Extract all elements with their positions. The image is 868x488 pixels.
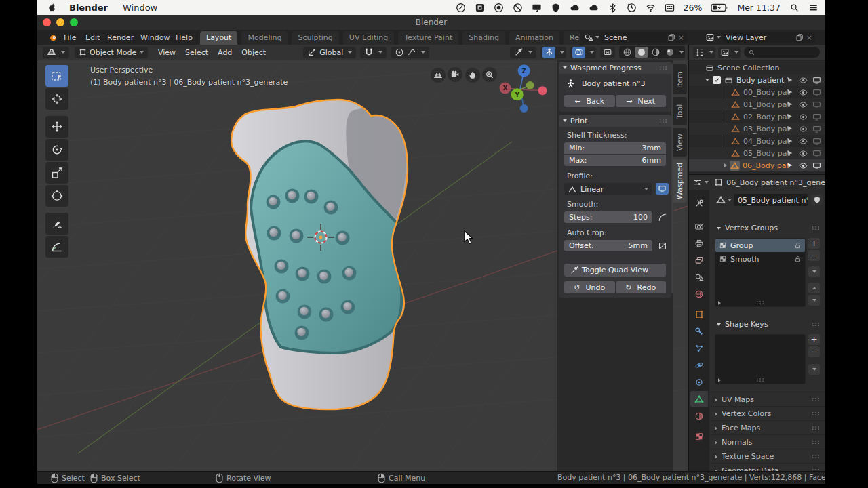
viewport-menu-select[interactable]: Select bbox=[180, 48, 213, 57]
macos-app-name[interactable]: Blender bbox=[69, 3, 108, 13]
object-01-label[interactable]: 01_Body pat bbox=[743, 100, 790, 109]
apple-menu-icon[interactable] bbox=[47, 3, 57, 13]
shape-keys-panel-header[interactable]: Shape Keys bbox=[709, 319, 825, 330]
selectable-icon[interactable] bbox=[785, 137, 794, 146]
tab-animation[interactable]: Animation bbox=[509, 31, 559, 45]
object-06-label[interactable]: 06_Body pat bbox=[743, 161, 789, 170]
viewport-disable-icon[interactable] bbox=[812, 149, 821, 158]
shield-icon[interactable] bbox=[551, 3, 561, 13]
lock-open-icon[interactable] bbox=[793, 241, 802, 249]
bluetooth-icon[interactable] bbox=[608, 3, 618, 13]
tab-uv-editing[interactable]: UV Editing bbox=[343, 31, 394, 45]
macos-menu-window[interactable]: Window bbox=[123, 3, 157, 13]
waspmed-progress-panel-header[interactable]: Waspmed Progress bbox=[559, 62, 671, 74]
properties-editor-icon[interactable] bbox=[693, 178, 703, 187]
texture-space-panel-header[interactable]: Texture Space bbox=[709, 449, 825, 464]
smooth-curve-icon[interactable] bbox=[658, 213, 667, 222]
remove-vertex-group-button[interactable]: − bbox=[808, 250, 820, 261]
viewport-disable-icon[interactable] bbox=[812, 137, 821, 146]
max-thickness-field[interactable]: Max: 6mm bbox=[564, 155, 666, 166]
shading-material-button[interactable] bbox=[649, 47, 663, 58]
shape-keys-list[interactable] bbox=[715, 334, 806, 384]
selectable-icon[interactable] bbox=[785, 113, 794, 121]
cloud-sync-icon[interactable] bbox=[570, 3, 580, 13]
wifi-icon[interactable] bbox=[646, 3, 656, 13]
back-button[interactable]: ← Back bbox=[564, 95, 615, 107]
object-02-label[interactable]: 02_Body pat bbox=[743, 113, 790, 121]
tool-select-box[interactable] bbox=[45, 65, 68, 87]
display-icon[interactable] bbox=[532, 3, 542, 13]
hide-eye-icon[interactable] bbox=[799, 76, 808, 85]
panel-grip-icon[interactable] bbox=[659, 66, 667, 70]
keyboard-shortcut-icon[interactable] bbox=[475, 3, 485, 13]
gizmo-x-neg-axis[interactable] bbox=[538, 86, 547, 95]
add-shape-key-button[interactable]: + bbox=[808, 334, 820, 345]
new-scene-icon[interactable] bbox=[667, 33, 675, 41]
outliner-display-mode[interactable] bbox=[693, 47, 715, 58]
menu-file[interactable]: File bbox=[64, 30, 76, 45]
remove-view-layer-icon[interactable]: × bbox=[806, 33, 812, 42]
view-layer-name[interactable]: View Layer bbox=[726, 33, 795, 42]
xray-toggle[interactable] bbox=[600, 47, 615, 58]
tab-world-properties[interactable] bbox=[690, 286, 708, 302]
tab-constraint-properties[interactable] bbox=[690, 374, 708, 390]
record-icon[interactable] bbox=[494, 3, 504, 13]
tab-rendering[interactable]: Rendering bbox=[564, 31, 580, 45]
viewport-disable-icon[interactable] bbox=[812, 76, 821, 85]
outliner-row-01[interactable]: 01_Body pat bbox=[689, 98, 825, 110]
move-group-down-button[interactable] bbox=[808, 295, 820, 306]
crop-icon[interactable] bbox=[658, 241, 667, 251]
list-resize-grip[interactable] bbox=[756, 300, 764, 305]
steps-field[interactable]: Steps: 100 bbox=[564, 211, 652, 223]
scene-selector[interactable]: Scene × bbox=[584, 32, 687, 43]
view-layer-selector[interactable]: View Layer × bbox=[705, 32, 815, 43]
list-filter-expand-icon[interactable] bbox=[718, 378, 721, 382]
torso-model[interactable] bbox=[231, 100, 408, 409]
tab-material-properties[interactable] bbox=[690, 408, 708, 424]
tool-scale[interactable] bbox=[45, 162, 68, 184]
selectable-icon[interactable] bbox=[785, 125, 794, 134]
tab-render-properties[interactable] bbox=[690, 218, 708, 234]
tab-view-layer-properties[interactable] bbox=[690, 252, 708, 268]
profile-dropdown[interactable]: Linear bbox=[564, 183, 652, 195]
unlink-scene-icon[interactable]: × bbox=[678, 33, 684, 42]
object-visibility-control[interactable] bbox=[510, 47, 536, 58]
hide-eye-icon[interactable] bbox=[799, 161, 808, 170]
shading-rendered-button[interactable] bbox=[663, 47, 677, 58]
profile-display-toggle[interactable] bbox=[656, 183, 669, 195]
viewport-disable-icon[interactable] bbox=[812, 125, 821, 134]
mesh-name-field[interactable]: 05_Body patient n°.. bbox=[734, 194, 808, 206]
outliner-row-02[interactable]: 02_Body pat bbox=[689, 110, 825, 123]
sidebar-tab-view[interactable]: View bbox=[673, 128, 687, 157]
geometry-data-panel-header[interactable]: Geometry Data bbox=[709, 463, 825, 471]
spotlight-search-icon[interactable] bbox=[789, 3, 800, 13]
expand-icon[interactable] bbox=[705, 79, 709, 81]
min-thickness-field[interactable]: Min: 3mm bbox=[564, 142, 666, 154]
outliner-filter[interactable] bbox=[718, 47, 741, 58]
sidebar-tab-item[interactable]: Item bbox=[673, 64, 687, 94]
object-00-label[interactable]: 00_Body pat bbox=[743, 88, 790, 97]
viewport-menu-object[interactable]: Object bbox=[237, 48, 271, 57]
menu-edit[interactable]: Edit bbox=[85, 30, 100, 45]
tab-shading[interactable]: Shading bbox=[462, 31, 505, 45]
shape-key-specials-button[interactable] bbox=[808, 364, 820, 375]
viewport-3d[interactable]: User Perspective (1) Body patient n°3 | … bbox=[37, 60, 688, 471]
shading-solid-button[interactable] bbox=[635, 47, 648, 58]
selectable-icon[interactable] bbox=[785, 76, 794, 85]
toggle-quad-view-button[interactable]: Toggle Quad View bbox=[564, 264, 666, 277]
outliner-search-input[interactable] bbox=[744, 47, 820, 58]
tab-sculpting[interactable]: Sculpting bbox=[292, 31, 338, 45]
camera-view-button[interactable] bbox=[448, 67, 462, 82]
vertex-group-row-smooth[interactable]: Smooth bbox=[715, 252, 805, 266]
menu-window[interactable]: Window bbox=[140, 30, 170, 45]
tab-layout[interactable]: Layout bbox=[200, 31, 237, 45]
panel-grip-icon2[interactable] bbox=[659, 119, 667, 123]
hide-eye-icon[interactable] bbox=[799, 125, 808, 134]
tool-3d-cursor[interactable] bbox=[45, 88, 68, 110]
tool-rotate[interactable] bbox=[45, 139, 68, 161]
overlays-toggle[interactable] bbox=[570, 47, 596, 58]
menubar-clock[interactable]: Mer 11:37 bbox=[737, 3, 781, 13]
do-not-disturb-icon[interactable] bbox=[513, 3, 523, 13]
outliner-row-00[interactable]: 00_Body pat bbox=[689, 86, 825, 98]
mesh-datablock-selector[interactable]: 05_Body patient n°.. bbox=[716, 194, 823, 206]
